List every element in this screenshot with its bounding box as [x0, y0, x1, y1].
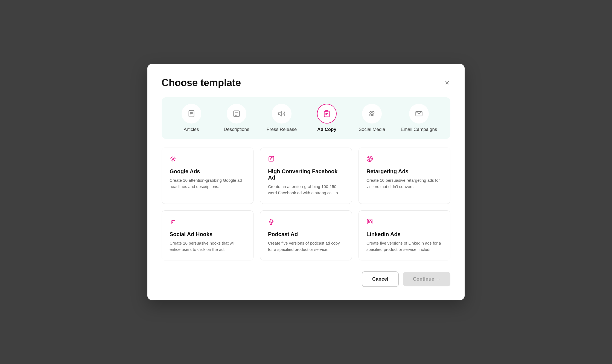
svg-point-22	[369, 158, 370, 159]
category-label-ad-copy: Ad Copy	[317, 127, 336, 132]
card-desc-social-ad-hooks: Create 10 persuasive hooks that will ent…	[170, 240, 246, 253]
svg-rect-4	[234, 111, 239, 117]
category-label-email-campaigns: Email Campaigns	[401, 127, 437, 132]
category-icon-ad-copy	[317, 104, 337, 124]
continue-button[interactable]: Continue →	[403, 272, 450, 286]
card-desc-facebook-ad: Create an attention-grabbing 100-150-wor…	[268, 184, 344, 196]
modal-header: Choose template ×	[162, 77, 450, 89]
card-linkedin-ads[interactable]: Linkedin AdsCreate five versions of Link…	[359, 210, 450, 260]
card-desc-retargeting-ads: Create 10 persuasive retargeting ads for…	[366, 177, 442, 190]
svg-point-23	[171, 220, 172, 221]
card-desc-google-ads: Create 10 attention-grabbing Google ad h…	[170, 177, 246, 190]
card-desc-linkedin-ads: Create five versions of LinkedIn ads for…	[366, 240, 442, 253]
card-icon-social-ad-hooks	[170, 218, 246, 227]
category-item-ad-copy[interactable]: Ad Copy	[310, 104, 343, 132]
card-icon-podcast-ad	[268, 218, 344, 227]
cancel-button[interactable]: Cancel	[362, 271, 399, 287]
svg-point-14	[372, 111, 374, 113]
close-button[interactable]: ×	[444, 78, 450, 88]
svg-point-25	[171, 222, 172, 223]
category-icon-social-media	[362, 104, 382, 124]
category-label-descriptions: Descriptions	[224, 127, 249, 132]
category-item-email-campaigns[interactable]: Email Campaigns	[401, 104, 437, 132]
category-item-press-release[interactable]: Press Release	[265, 104, 298, 132]
svg-point-15	[370, 114, 372, 116]
card-title-google-ads: Google Ads	[170, 168, 246, 175]
card-retargeting-ads[interactable]: Retargeting AdsCreate 10 persuasive reta…	[359, 148, 450, 204]
category-icon-descriptions	[227, 104, 246, 124]
card-google-ads[interactable]: Google AdsCreate 10 attention-grabbing G…	[162, 148, 253, 204]
card-title-linkedin-ads: Linkedin Ads	[366, 231, 442, 237]
category-label-articles: Articles	[184, 127, 199, 132]
card-podcast-ad[interactable]: Podcast AdCreate five versions of podcas…	[260, 210, 352, 260]
svg-point-24	[173, 220, 174, 221]
category-item-descriptions[interactable]: Descriptions	[220, 104, 253, 132]
card-facebook-ad[interactable]: High Converting Facebook AdCreate an att…	[260, 148, 352, 204]
card-title-podcast-ad: Podcast Ad	[268, 231, 344, 237]
card-title-facebook-ad: High Converting Facebook Ad	[268, 168, 344, 181]
category-icon-press-release	[272, 104, 292, 124]
card-icon-facebook-ad	[268, 155, 344, 164]
card-desc-podcast-ad: Create five versions of podcast ad copy …	[268, 240, 344, 253]
cards-grid: Google AdsCreate 10 attention-grabbing G…	[162, 148, 450, 260]
card-icon-google-ads	[170, 155, 246, 164]
category-label-press-release: Press Release	[267, 127, 297, 132]
category-label-social-media: Social Media	[359, 127, 385, 132]
card-social-ad-hooks[interactable]: Social Ad HooksCreate 10 persuasive hook…	[162, 210, 253, 260]
card-title-retargeting-ads: Retargeting Ads	[366, 168, 442, 175]
card-title-social-ad-hooks: Social Ad Hooks	[170, 231, 246, 237]
modal-footer: Cancel Continue →	[162, 271, 450, 287]
category-icon-articles	[182, 104, 201, 124]
svg-point-13	[370, 111, 372, 113]
category-item-articles[interactable]: Articles	[175, 104, 208, 132]
svg-rect-19	[269, 156, 274, 161]
card-icon-retargeting-ads	[366, 155, 442, 164]
modal-dialog: Choose template × ArticlesDescriptionsPr…	[147, 64, 465, 300]
svg-point-16	[372, 114, 374, 116]
card-icon-linkedin-ads	[366, 218, 442, 227]
svg-point-18	[172, 158, 174, 160]
modal-title: Choose template	[162, 77, 241, 89]
category-strip: ArticlesDescriptionsPress ReleaseAd Copy…	[162, 97, 450, 139]
svg-point-20	[367, 156, 372, 162]
category-icon-email-campaigns	[409, 104, 429, 124]
svg-point-21	[368, 157, 371, 160]
category-item-social-media[interactable]: Social Media	[355, 104, 388, 132]
svg-marker-8	[278, 111, 281, 116]
